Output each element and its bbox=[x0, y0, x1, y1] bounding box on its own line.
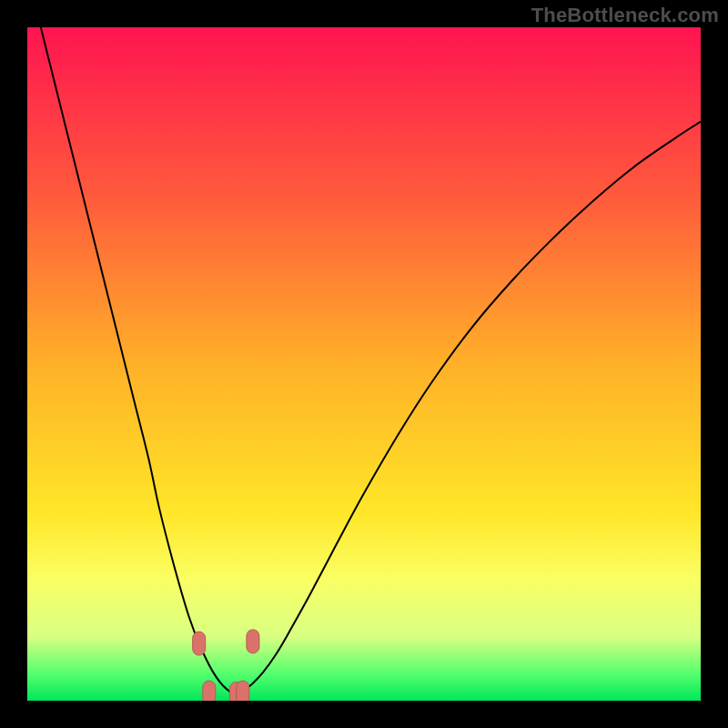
watermark-text: TheBottleneck.com bbox=[531, 4, 719, 27]
curve-marker bbox=[193, 632, 206, 655]
plot-area bbox=[27, 27, 701, 701]
curve-marker bbox=[203, 681, 216, 701]
chart-frame: TheBottleneck.com bbox=[0, 0, 728, 728]
curve-marker bbox=[237, 681, 249, 701]
bottleneck-curve-chart bbox=[27, 27, 701, 701]
gradient-background bbox=[27, 27, 701, 701]
curve-marker bbox=[247, 630, 259, 653]
